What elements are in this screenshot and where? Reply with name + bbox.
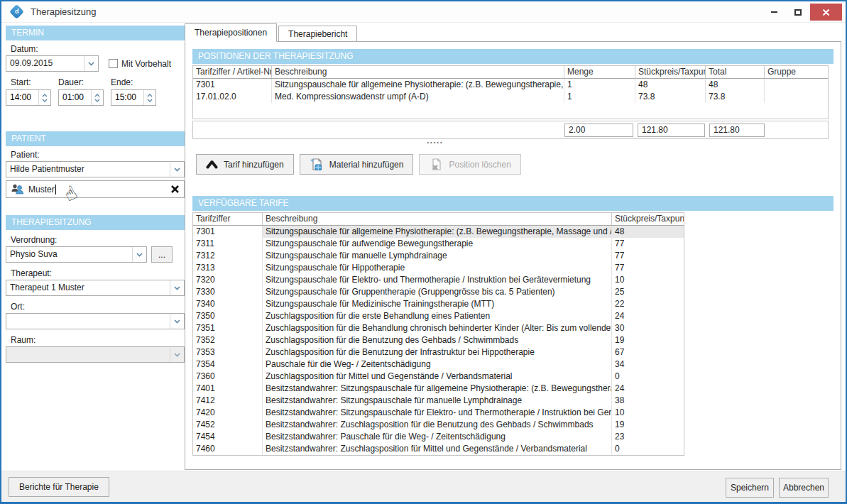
table-row[interactable]: 7330Sitzungspauschale für Gruppentherapi… xyxy=(193,286,684,298)
chevron-down-icon[interactable] xyxy=(170,162,184,177)
chevron-down-icon[interactable] xyxy=(132,247,146,262)
ort-combo[interactable] xyxy=(6,313,185,329)
verordnung-more-button[interactable]: ... xyxy=(151,246,173,263)
patient-combo[interactable]: Hilde Patientmuster xyxy=(6,161,185,177)
mit-vorbehalt-checkbox[interactable]: Mit Vorbehalt xyxy=(109,59,171,69)
spinner-arrows-icon[interactable] xyxy=(91,90,103,105)
table-cell-preis: 77 xyxy=(612,250,684,262)
table-row[interactable]: 7360Zuschlagsposition für Mittel und Geg… xyxy=(193,371,684,383)
tab-therapiepositionen[interactable]: Therapiepositionen xyxy=(185,23,277,42)
table-cell-nr: 7351 xyxy=(193,322,263,334)
table-cell-nr: 7460 xyxy=(193,443,263,455)
table-cell-preis: 67 xyxy=(612,346,684,358)
table-cell-beschreibung: Pauschale für die Weg- / Zeitentschädigu… xyxy=(263,358,612,371)
table-cell-nr: 17.01.02.0 xyxy=(193,91,272,103)
table-cell-preis: 0 xyxy=(612,371,684,383)
patient-section-header: PATIENT xyxy=(6,131,185,146)
delete-document-icon xyxy=(429,158,443,172)
table-row[interactable]: 7340Sitzungspauschale für Medizinische T… xyxy=(193,298,684,310)
raum-combo xyxy=(6,346,185,363)
material-hinzufuegen-button[interactable]: Material hinzufügen xyxy=(300,154,414,175)
column-header[interactable]: Gruppe xyxy=(765,66,828,78)
table-cell-beschreibung: Sitzungspauschale für allgemeine Physiot… xyxy=(272,79,564,91)
splitter-handle[interactable]: ..... xyxy=(185,137,684,144)
ende-label: Ende: xyxy=(111,77,133,87)
dauer-stepper[interactable]: 01:00 xyxy=(58,89,104,106)
table-row[interactable]: 17.01.02.0Med. Kompressionswadenstr umpf… xyxy=(193,91,828,103)
clear-search-button[interactable] xyxy=(170,185,180,194)
table-cell-preis: 23 xyxy=(612,431,684,443)
chevron-down-icon[interactable] xyxy=(84,56,98,71)
maximize-button[interactable] xyxy=(786,4,810,21)
table-cell-nr: 7312 xyxy=(193,250,263,262)
abbrechen-button[interactable]: Abbrechen xyxy=(779,478,829,498)
column-header[interactable]: Stückpreis/Taxpunkt xyxy=(635,66,706,78)
table-row[interactable]: 7350Zuschlagsposition für die erste Beha… xyxy=(193,310,684,322)
table-cell-beschreibung: Besitzstandwahrer: Pauschale für die Weg… xyxy=(263,431,612,443)
patient-search-input[interactable]: Muster ☝ xyxy=(6,180,185,198)
column-header[interactable]: Menge xyxy=(564,66,635,78)
table-row[interactable]: 7401Besitzstandwahrer: Sitzungspauschale… xyxy=(193,383,684,395)
berichte-fuer-therapie-button[interactable]: Berichte für Therapie xyxy=(9,477,109,497)
table-row[interactable]: 7311Sitzungspauschale für aufwendige Bew… xyxy=(193,238,684,250)
table-cell-preis: 24 xyxy=(612,310,684,322)
tab-therapiebericht[interactable]: Therapiebericht xyxy=(278,26,357,42)
chevron-down-icon[interactable] xyxy=(170,314,184,329)
spinner-arrows-icon[interactable] xyxy=(143,90,155,105)
start-time-stepper[interactable]: 14:00 xyxy=(6,89,51,106)
window-title: Therapiesitzung xyxy=(31,6,97,17)
table-row[interactable]: 7412Besitzstandwahrer: Sitzungspauschale… xyxy=(193,395,684,407)
table-row[interactable]: 7353Zuschlagsposition für die Benutzung … xyxy=(193,346,684,358)
therapeut-combo[interactable]: Therapeut 1 Muster xyxy=(6,280,185,296)
window-content: TERMIN Datum: 09.09.2015 Mit Vorbehalt S… xyxy=(1,23,846,502)
table-cell-preis: 10 xyxy=(612,407,684,419)
start-label: Start: xyxy=(6,77,58,87)
column-header[interactable]: Tarifziffer xyxy=(193,213,263,225)
speichern-button[interactable]: Speichern xyxy=(726,478,774,498)
table-cell-beschreibung: Sitzungspauschale für Elektro- und Therm… xyxy=(263,274,612,286)
column-header[interactable]: Stückpreis/Taxpunkt xyxy=(612,213,684,225)
table-row[interactable]: 7454Besitzstandwahrer: Pauschale für die… xyxy=(193,431,684,443)
tarife-band-header: VERFÜGBARE TARIFE xyxy=(192,196,834,211)
ende-time-stepper[interactable]: 15:00 xyxy=(111,89,156,106)
minimize-button[interactable] xyxy=(762,4,786,21)
table-row[interactable]: 7420Besitzstandwahrer: Sitzungspauschale… xyxy=(193,407,684,419)
ort-label: Ort: xyxy=(11,302,185,312)
datum-combo[interactable]: 09.09.2015 xyxy=(6,55,99,72)
table-row[interactable]: 7301Sitzungspauschale für allgemeine Phy… xyxy=(193,79,828,91)
chevron-up-icon xyxy=(206,160,218,169)
table-cell-nr: 7352 xyxy=(193,334,263,346)
close-button[interactable] xyxy=(810,4,842,21)
table-cell-preis: 22 xyxy=(612,298,684,310)
table-cell-nr: 7354 xyxy=(193,358,263,371)
table-cell-nr: 7301 xyxy=(193,79,272,91)
tarif-hinzufuegen-button[interactable]: Tarif hinzufügen xyxy=(196,154,294,175)
column-header[interactable]: Beschreibung xyxy=(263,213,612,225)
table-row[interactable]: 7452Besitzstandwahrer: Zuschlagsposition… xyxy=(193,419,684,431)
table-cell-nr: 7301 xyxy=(193,226,263,238)
table-row[interactable]: 7460Besitzstandwahrer: Zuschlagsposition… xyxy=(193,443,684,455)
chevron-down-icon[interactable] xyxy=(170,280,184,295)
therapiepositionen-panel: POSITIONEN DER THERAPIESITZUNG Tarifziff… xyxy=(185,41,841,470)
column-header[interactable]: Total xyxy=(706,66,765,78)
table-row[interactable]: 7352Zuschlagsposition für die Benutzung … xyxy=(193,334,684,346)
table-cell-nr: 7412 xyxy=(193,395,263,407)
column-header[interactable]: Beschreibung xyxy=(272,66,564,78)
table-row[interactable]: 7313Sitzungspauschale für Hippotherapie7… xyxy=(193,262,684,274)
verordnung-combo[interactable]: Physio Suva xyxy=(6,246,147,263)
table-cell-total: 48 xyxy=(706,79,765,91)
table-cell-beschreibung: Sitzungspauschale für Medizinische Train… xyxy=(263,298,612,310)
checkbox-box[interactable] xyxy=(109,59,118,68)
table-cell-preis: 48 xyxy=(612,226,684,238)
table-cell-beschreibung: Zuschlagsposition für Mittel und Gegenst… xyxy=(263,371,612,383)
table-row[interactable]: 7312Sitzungspauschale für manuelle Lymph… xyxy=(193,250,684,262)
table-row[interactable]: 7354Pauschale für die Weg- / Zeitentschä… xyxy=(193,358,684,371)
column-header[interactable]: Tarifziffer / Artikel-Nr. xyxy=(193,66,272,78)
table-cell-preis: 30 xyxy=(612,322,684,334)
table-row[interactable]: 7320Sitzungspauschale für Elektro- und T… xyxy=(193,274,684,286)
table-row[interactable]: 7301Sitzungspauschale für allgemeine Phy… xyxy=(193,226,684,238)
spinner-arrows-icon[interactable] xyxy=(38,90,50,105)
tarife-table-header: Tarifziffer Beschreibung Stückpreis/Taxp… xyxy=(193,213,684,226)
table-cell-nr: 7313 xyxy=(193,262,263,274)
table-row[interactable]: 7351Zuschlagsposition für die Behandlung… xyxy=(193,322,684,334)
